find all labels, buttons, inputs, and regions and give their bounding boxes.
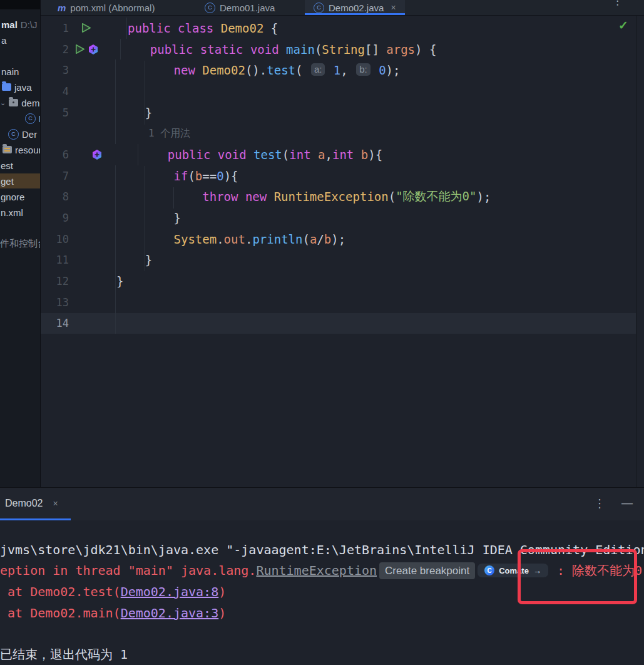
tree-label: nain (1, 66, 19, 77)
console-text: ) (218, 606, 226, 621)
code-text: public static void main(String[] args) { (120, 39, 636, 60)
gutter (69, 271, 115, 292)
code-line: 11 } (41, 250, 636, 271)
comate-button[interactable]: CComate→ (478, 564, 548, 577)
tree-item-est[interactable]: est (1, 158, 13, 173)
token: (). (245, 63, 267, 77)
token (354, 148, 360, 162)
stack-frame-link[interactable]: Demo02.java:8 (121, 584, 219, 599)
console-text: 已结束，退出代码为 1 (0, 646, 128, 663)
run-tab-demo02[interactable]: Demo02 × (5, 488, 58, 518)
code-line: 10 System.out.println(a/b); (41, 229, 636, 250)
tree-item-Der[interactable]: CDer (8, 126, 37, 142)
token: ( (302, 232, 309, 246)
code-line: 8 throw new RuntimeException("除数不能为0"); (41, 187, 636, 208)
kebab-icon[interactable]: ⋮ (612, 0, 623, 8)
comate-logo-icon: C (484, 565, 494, 575)
package-folder-icon (9, 99, 18, 106)
code-line: 1public class Demo02 { (41, 18, 636, 39)
gutter (69, 229, 115, 250)
token: new (174, 63, 203, 77)
tree-item-n.xml[interactable]: n.xml (1, 205, 23, 220)
code-text: 1 个用法 (115, 123, 636, 144)
gutter (69, 187, 115, 208)
code-line: 7 if(b==0){ (41, 165, 636, 187)
tree-item-件和控制台[interactable]: 件和控制台 (0, 236, 41, 251)
tree-label: get (1, 176, 14, 187)
create-breakpoint-button[interactable]: Create breakpoint (379, 562, 475, 579)
code-text (115, 81, 636, 102)
tab-label: pom.xml (Abnormal) (70, 3, 155, 13)
run-console[interactable]: jvms\store\jdk21\bin\java.exe "-javaagen… (0, 520, 644, 665)
comate-icon[interactable] (88, 44, 99, 55)
minimize-icon[interactable]: — (621, 497, 633, 510)
close-icon[interactable]: × (53, 498, 58, 508)
tree-label: mal (1, 19, 18, 30)
token: b (324, 232, 331, 246)
token: ( (295, 63, 310, 77)
stack-frame-link[interactable]: Demo02.java:3 (121, 606, 219, 621)
tree-item-dem[interactable]: ⌄dem (0, 95, 39, 110)
tree-item-a[interactable]: a (1, 33, 6, 48)
tree-item-nain[interactable]: nain (1, 64, 19, 79)
token: } (116, 274, 123, 288)
token: args (386, 43, 415, 56)
editor-tab-demo01-java[interactable]: CDemo01.java (196, 0, 284, 15)
console-line: jvms\store\jdk21\bin\java.exe "-javaagen… (0, 539, 644, 560)
tree-item-gnore[interactable]: gnore (1, 189, 24, 204)
code-line: 13 (41, 292, 636, 313)
editor-tab-demo02-java[interactable]: CDemo02.java× (305, 0, 405, 15)
token: out (224, 232, 245, 246)
folder-icon (2, 83, 11, 91)
line-number: 7 (41, 170, 69, 182)
token: . (217, 232, 223, 246)
token: { (263, 21, 278, 35)
console-text: at Demo02.main( (0, 606, 121, 621)
console-text: at Demo02.test( (0, 584, 121, 599)
token (311, 148, 318, 162)
tree-label: 件和控制台 (0, 238, 41, 250)
code-text: public class Demo02 { (126, 18, 636, 39)
comate-icon[interactable] (91, 149, 103, 160)
arrow-right-icon: → (533, 566, 541, 575)
line-number: 14 (41, 317, 69, 329)
editor-tab-bar: ⋮ mpom.xml (Abnormal)CDemo01.javaCDemo02… (41, 0, 644, 15)
console-text: jvms\store\jdk21\bin\java.exe "-javaagen… (0, 542, 644, 557)
comate-label: Comate (499, 566, 529, 575)
code-editor[interactable]: 1public class Demo02 {2 public static vo… (41, 16, 636, 487)
chevron-down-icon[interactable]: ⌄ (0, 99, 6, 107)
project-panel-header (0, 0, 40, 9)
exception-class-link[interactable]: RuntimeException (256, 563, 377, 578)
code-line: 1 个用法 (41, 123, 636, 144)
inspection-ok-icon[interactable]: ✓ (618, 18, 628, 33)
line-number: 13 (41, 296, 69, 309)
token: ) { (415, 43, 436, 56)
kebab-icon[interactable]: ⋮ (594, 497, 605, 510)
token: a (318, 148, 325, 162)
close-icon[interactable]: × (391, 3, 396, 13)
tree-label: gnore (1, 192, 24, 202)
code-text: } (115, 207, 636, 229)
token: } (116, 253, 152, 267)
tree-item-java[interactable]: java (2, 80, 32, 95)
run-tab-label: Demo02 (5, 498, 43, 509)
tree-item-De[interactable]: CDe (25, 111, 41, 126)
tree-item-get[interactable]: get (0, 173, 41, 188)
run-icon[interactable] (74, 43, 86, 55)
ide-window: ⋮ mpom.xml (Abnormal)CDemo01.javaCDemo02… (0, 0, 644, 665)
run-icon[interactable] (80, 22, 92, 34)
token (139, 148, 168, 162)
tree-item-resour[interactable]: resour (3, 142, 41, 157)
tree-item-mal[interactable]: mal D:\J (1, 17, 38, 32)
token: if (174, 169, 188, 183)
console-line: 已结束，退出代码为 1 (0, 644, 644, 665)
editor-scrollbar[interactable] (636, 16, 644, 487)
line-number: 6 (41, 148, 69, 161)
code-line: 6 public void test(int a,int b){ (41, 144, 636, 165)
gutter (69, 39, 120, 60)
token: ){ (368, 148, 382, 162)
tab-label: Demo01.java (220, 3, 275, 13)
editor-tab-pom-xml-abnormal-[interactable]: mpom.xml (Abnormal) (49, 0, 163, 15)
token: [] (365, 43, 386, 56)
token: 0 (372, 63, 386, 77)
